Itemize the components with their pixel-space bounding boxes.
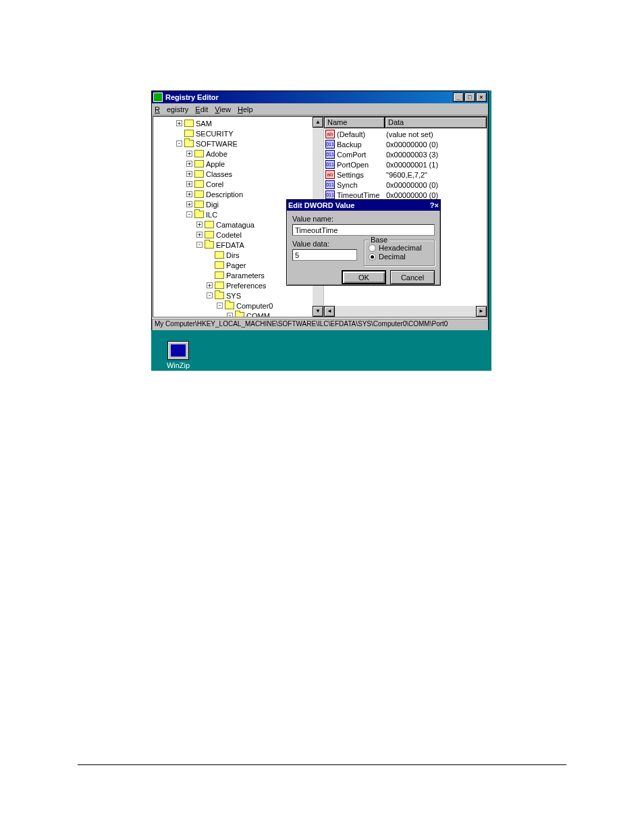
radio-hex[interactable]: Hexadecimal — [369, 244, 430, 252]
list-scrollbar[interactable]: ◄ ► — [324, 306, 487, 317]
menu-help[interactable]: Help — [238, 105, 253, 113]
scroll-left-icon[interactable]: ◄ — [324, 306, 335, 317]
statusbar: My Computer\HKEY_LOCAL_MACHINE\SOFTWARE\… — [152, 318, 488, 330]
minimize-button[interactable]: _ — [453, 93, 464, 102]
list-row[interactable]: Settings"9600,E,7,2" — [324, 170, 487, 180]
value-data: 0x00000000 (0) — [386, 191, 487, 199]
expand-toggle-icon[interactable]: + — [196, 221, 203, 228]
expand-toggle-icon[interactable]: - — [186, 211, 192, 217]
dword-value-icon — [325, 180, 335, 189]
menu-registry[interactable]: Registry — [155, 105, 188, 113]
expand-toggle-icon[interactable]: - — [176, 140, 182, 147]
radio-dec-icon[interactable] — [369, 253, 376, 261]
window-title: Registry Editor — [165, 93, 452, 101]
tree-item-classes[interactable]: +Classes — [156, 169, 323, 179]
folder-icon — [184, 130, 194, 137]
tree-item-label: Classes — [206, 170, 232, 178]
dialog-close-button[interactable]: × — [435, 201, 439, 209]
value-name: Backup — [337, 140, 386, 149]
app-icon — [153, 93, 163, 102]
value-data: 0x00000003 (3) — [386, 151, 487, 159]
expand-toggle-icon[interactable]: + — [186, 151, 192, 157]
value-name: ComPort — [337, 151, 386, 159]
folder-icon — [194, 211, 204, 218]
column-data[interactable]: Data — [385, 117, 487, 128]
list-row[interactable]: TimeoutTime0x00000000 (0) — [324, 190, 487, 200]
tree-item-adobe[interactable]: +Adobe — [156, 149, 323, 159]
value-data: 0x00000000 (0) — [386, 140, 487, 149]
folder-icon — [235, 312, 244, 317]
edit-dword-dialog: Edit DWORD Value ? × Value name: Value d… — [286, 199, 441, 286]
expand-toggle-icon[interactable]: - — [207, 292, 213, 298]
desktop-icon-label: WinZip — [161, 361, 195, 369]
tree-item-security[interactable]: SECURITY — [156, 128, 323, 138]
radio-hex-icon[interactable] — [369, 244, 376, 252]
tree-item-label: Camatagua — [216, 221, 254, 229]
page-footer-rule — [78, 764, 566, 765]
value-data: "9600,E,7,2" — [386, 171, 487, 179]
folder-icon — [215, 251, 224, 259]
titlebar[interactable]: Registry Editor _ □ × — [152, 91, 488, 103]
folder-icon — [215, 282, 224, 289]
expand-toggle-icon[interactable]: + — [186, 181, 192, 187]
desktop: Registry Editor _ □ × Registry Edit View… — [151, 90, 491, 371]
base-legend: Base — [369, 236, 390, 244]
tree-item-apple[interactable]: +Apple — [156, 159, 323, 169]
scroll-down-icon[interactable]: ▼ — [313, 306, 323, 317]
list-row[interactable]: (Default)(value not set) — [324, 129, 487, 139]
value-data: (value not set) — [386, 130, 487, 138]
radio-dec[interactable]: Decimal — [369, 253, 430, 261]
regedit-window: Registry Editor _ □ × Registry Edit View… — [151, 90, 489, 330]
scroll-up-icon[interactable]: ▲ — [313, 117, 323, 128]
string-value-icon — [325, 130, 335, 138]
cancel-button[interactable]: Cancel — [390, 270, 435, 284]
expand-toggle-icon[interactable]: + — [196, 232, 203, 238]
expand-toggle-icon[interactable]: + — [186, 161, 192, 167]
close-button[interactable]: × — [476, 93, 487, 102]
column-name[interactable]: Name — [324, 117, 385, 128]
tree-item-corel[interactable]: +Corel — [156, 179, 323, 189]
dialog-titlebar[interactable]: Edit DWORD Value ? × — [287, 200, 440, 211]
folder-icon — [205, 241, 214, 249]
folder-icon — [194, 201, 204, 208]
expand-toggle-icon[interactable]: - — [227, 313, 233, 317]
expand-toggle-icon[interactable]: - — [196, 242, 203, 248]
value-name: Synch — [337, 181, 386, 189]
tree-item-computer0[interactable]: -Computer0 — [156, 301, 323, 311]
value-name-label: Value name: — [292, 215, 435, 223]
maximize-button[interactable]: □ — [464, 93, 475, 102]
tree-item-comm[interactable]: -COMM — [156, 311, 323, 317]
expand-toggle-icon[interactable]: - — [217, 303, 223, 309]
tree-item-label: Apple — [206, 160, 225, 168]
menu-edit[interactable]: Edit — [195, 105, 208, 113]
tree-item-sam[interactable]: +SAM — [156, 118, 323, 128]
expand-toggle-icon[interactable]: + — [186, 201, 192, 207]
value-name: TimeoutTime — [337, 191, 386, 199]
value-name-field[interactable] — [292, 224, 435, 236]
expand-toggle-icon[interactable]: + — [207, 282, 213, 288]
menubar: Registry Edit View Help — [152, 103, 488, 115]
dialog-help-button[interactable]: ? — [430, 201, 435, 209]
tree-item-description[interactable]: +Description — [156, 189, 323, 199]
list-row[interactable]: PortOpen0x00000001 (1) — [324, 159, 487, 170]
expand-toggle-icon[interactable]: + — [176, 120, 182, 126]
folder-icon — [205, 231, 214, 238]
tree-item-label: Description — [206, 190, 243, 199]
list-row[interactable]: Synch0x00000000 (0) — [324, 180, 487, 190]
list-row[interactable]: Backup0x00000000 (0) — [324, 139, 487, 149]
value-data-field[interactable] — [292, 249, 357, 261]
expand-toggle-icon[interactable]: + — [186, 171, 192, 177]
ok-button[interactable]: OK — [342, 270, 386, 284]
tree-item-label: Preferences — [226, 282, 266, 290]
expand-toggle-icon[interactable]: + — [186, 191, 192, 197]
tree-item-sys[interactable]: -SYS — [156, 290, 323, 301]
radio-hex-label: Hexadecimal — [379, 244, 422, 252]
tree-item-software[interactable]: -SOFTWARE — [156, 138, 323, 149]
tree-item-label: Codetel — [216, 231, 242, 239]
desktop-icon-winzip[interactable]: WinZip — [161, 341, 195, 369]
value-name: Settings — [337, 171, 386, 179]
menu-view[interactable]: View — [215, 105, 231, 113]
value-data: 0x00000001 (1) — [386, 161, 487, 169]
scroll-right-icon[interactable]: ► — [476, 306, 487, 317]
list-row[interactable]: ComPort0x00000003 (3) — [324, 149, 487, 159]
